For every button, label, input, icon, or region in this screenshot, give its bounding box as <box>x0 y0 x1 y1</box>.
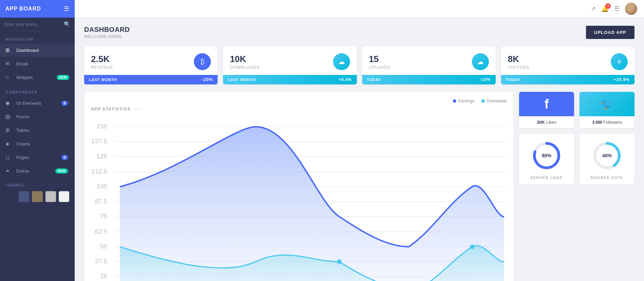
sidebar-item-tables[interactable]: ⊞ Tables › <box>0 123 75 137</box>
footer-change: -10% <box>480 77 491 82</box>
components-section-label: COMPONENTS <box>0 84 75 96</box>
stat-card-footer: TODAY -10% <box>362 75 496 84</box>
stat-value: 10K <box>230 54 260 64</box>
sidebar-header: APP BOARD ☰ <box>0 0 75 18</box>
ui-elements-icon: ◉ <box>5 100 13 106</box>
swatch-medium[interactable] <box>19 191 29 202</box>
bounce-rate-card: 40% BOUNCE RATE <box>579 134 634 184</box>
svg-text:112.5: 112.5 <box>91 168 107 175</box>
sidebar-item-label: Charts <box>16 141 69 146</box>
svg-text:137.5: 137.5 <box>91 138 107 145</box>
num-badge: 8 <box>61 101 68 106</box>
email-icon: ✉ <box>5 61 13 67</box>
chart-card: Earnings Downloads APP STATISTICS 150 <box>84 92 514 281</box>
num-badge: 5 <box>61 155 68 160</box>
chevron-right-icon: › <box>68 101 69 105</box>
chevron-right-icon: › <box>68 115 69 119</box>
sidebar-item-label: Tables <box>16 128 68 133</box>
stat-label: REVENUE <box>91 65 113 70</box>
sidebar-item-label: Extras <box>16 168 55 174</box>
bounce-rate-donut: 40% <box>592 140 622 171</box>
stat-card-footer: LAST MONTH +5.4% <box>223 75 356 84</box>
nav-section-label: NAVIGATION <box>0 31 75 43</box>
twitter-count: 3.6M <box>592 120 602 125</box>
swatch-white[interactable] <box>59 191 69 202</box>
twitter-stats: 3.6M Followers <box>579 116 634 128</box>
theme-swatches <box>5 191 69 202</box>
metrics-cards: 80% SERVER LOAD 40% BOUNCE <box>519 134 634 184</box>
extras-icon: ❧ <box>5 168 13 174</box>
sidebar-item-label: Forms <box>16 114 68 119</box>
data-point <box>337 259 342 264</box>
swatch-warm[interactable] <box>32 191 42 202</box>
svg-text:75: 75 <box>100 213 107 220</box>
sidebar-item-extras[interactable]: ❧ Extras NEW › <box>0 164 75 178</box>
page-header: DASHBOARD WELCOME ADMIN UPLOAD APP <box>84 26 634 39</box>
sidebar-item-ui-elements[interactable]: ◉ UI Elements 8 › <box>0 96 75 110</box>
server-load-card: 80% SERVER LOAD <box>519 134 574 184</box>
svg-text:125: 125 <box>96 153 107 160</box>
twitter-banner: 🐦 <box>579 92 634 116</box>
svg-text:37.5: 37.5 <box>95 258 107 265</box>
revenue-icon: ₿ <box>194 53 211 70</box>
server-load-label: SERVER LOAD <box>530 176 563 180</box>
messages-icon[interactable]: ☰ <box>614 5 620 13</box>
facebook-card: f 30K Likes <box>519 92 574 128</box>
facebook-banner: f <box>519 92 574 116</box>
twitter-card: 🐦 3.6M Followers <box>579 92 634 128</box>
footer-change: +5.4% <box>338 77 352 82</box>
stat-value: 15 <box>369 54 391 64</box>
search-icon[interactable]: 🔍 <box>64 21 71 27</box>
search-container: 🔍 <box>0 18 75 31</box>
svg-text:87.5: 87.5 <box>95 198 107 205</box>
uploads-icon: ☁ <box>472 53 489 70</box>
footer-change: +25.9% <box>614 77 630 82</box>
sidebar-item-label: Widgets <box>16 75 57 80</box>
avatar[interactable] <box>625 3 637 15</box>
svg-text:25: 25 <box>100 273 107 280</box>
legend-downloads-label: Downloads <box>487 99 507 103</box>
new-badge: NEW <box>55 168 68 174</box>
sidebar-item-dashboard[interactable]: ⊞ Dashboard <box>0 43 75 57</box>
swatch-light[interactable] <box>45 191 56 202</box>
page-subtitle: WELCOME ADMIN <box>84 34 130 39</box>
svg-text:100: 100 <box>96 183 107 190</box>
stat-card-revenue: 2.5K REVENUE ₿ LAST MONTH -20% <box>84 46 218 84</box>
topbar: ↗ 🔔 3 ☰ <box>75 0 644 18</box>
notification-icon[interactable]: 🔔 3 <box>601 5 609 13</box>
page-title: DASHBOARD <box>84 26 130 34</box>
search-input[interactable] <box>4 22 64 27</box>
sidebar-title: APP BOARD <box>5 6 41 12</box>
sidebar-item-email[interactable]: ✉ Email <box>0 57 75 71</box>
earnings-dot <box>453 99 456 103</box>
menu-icon[interactable]: ☰ <box>64 5 69 13</box>
notification-badge: 3 <box>605 3 611 9</box>
social-cards: f 30K Likes 🐦 3.6M <box>519 92 634 128</box>
svg-text:150: 150 <box>96 123 107 130</box>
sidebar-item-charts[interactable]: ◈ Charts <box>0 137 75 150</box>
footer-label: TODAY <box>367 78 381 82</box>
data-point <box>470 244 475 249</box>
facebook-stats: 30K Likes <box>519 116 574 128</box>
sidebar-item-label: Dashboard <box>16 48 69 53</box>
content-area: DASHBOARD WELCOME ADMIN UPLOAD APP 2.5K … <box>75 18 644 281</box>
sidebar-item-forms[interactable]: ▤ Forms › <box>0 110 75 123</box>
upload-app-button[interactable]: UPLOAD APP <box>586 26 634 39</box>
right-panel: f 30K Likes 🐦 3.6M <box>519 92 634 281</box>
facebook-icon: f <box>545 97 549 112</box>
sidebar-item-pages[interactable]: ◻ Pages 5 › <box>0 150 75 164</box>
bounce-rate-value: 40% <box>602 153 612 158</box>
footer-label: LAST MONTH <box>228 78 256 82</box>
new-badge: NEW <box>57 75 69 80</box>
legend-earnings: Earnings <box>453 99 474 103</box>
chart-svg-container: 150 137.5 125 112.5 100 87.5 75 62.5 50 … <box>91 117 507 281</box>
themes-label: THEMES <box>5 183 69 187</box>
swatch-dark[interactable] <box>5 191 16 202</box>
lower-section: Earnings Downloads APP STATISTICS 150 <box>84 92 634 281</box>
expand-icon[interactable]: ↗ <box>591 5 596 13</box>
chevron-right-icon: › <box>68 169 69 173</box>
chevron-right-icon: › <box>68 155 69 159</box>
stat-card-downloads: 10K DOWNLOADS ☁ LAST MONTH +5.4% <box>223 46 356 84</box>
stat-value: 8K <box>508 54 530 64</box>
sidebar-item-widgets[interactable]: ☆ Widgets NEW <box>0 71 75 84</box>
